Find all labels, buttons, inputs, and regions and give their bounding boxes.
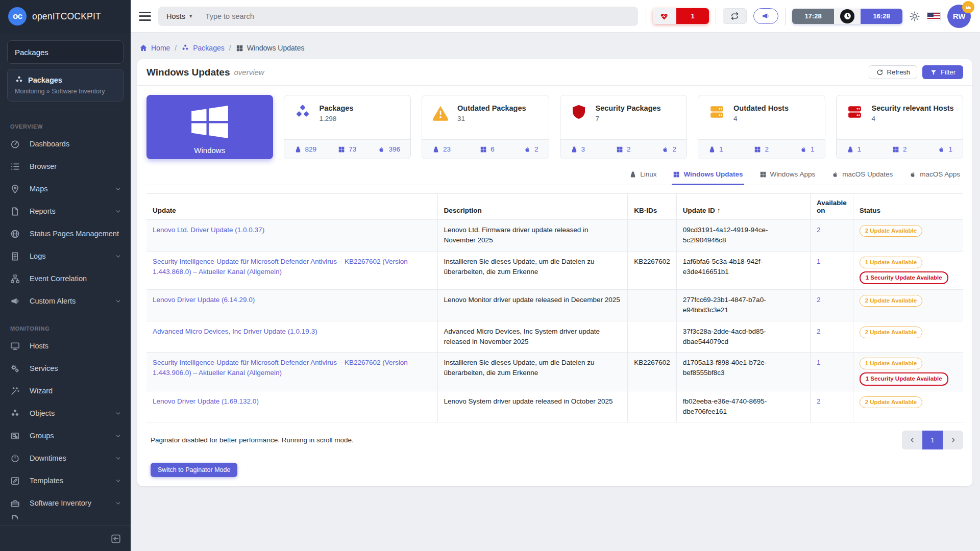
- sidebar-item-reports[interactable]: Reports: [0, 200, 131, 222]
- health-alerts-button[interactable]: 1: [653, 8, 709, 24]
- windows-count[interactable]: 2: [892, 145, 907, 153]
- col-header-available-on[interactable]: Available on: [810, 194, 853, 220]
- sidebar-search-input[interactable]: [8, 41, 124, 63]
- sidebar-search-result[interactable]: Packages Monitoring » Software Inventory: [7, 69, 124, 102]
- windows-count[interactable]: 73: [338, 145, 356, 153]
- language-flag-us[interactable]: [927, 12, 941, 20]
- top-navbar: Hosts ▾ 1 17:28 16:28: [131, 0, 980, 33]
- available-on-link[interactable]: 2: [817, 226, 821, 234]
- update-link[interactable]: Security Intelligence-Update für Microso…: [153, 359, 408, 377]
- linux-count[interactable]: 829: [295, 145, 317, 153]
- sidebar-item-status-pages[interactable]: Status Pages Management: [0, 222, 131, 245]
- outdated-packages-card[interactable]: Outdated Packages31 23 6 2: [422, 95, 549, 159]
- sidebar-item-event-correlation[interactable]: Event Correlation: [0, 267, 131, 290]
- linux-count[interactable]: 23: [432, 145, 451, 153]
- caret-down-icon[interactable]: ▾: [189, 13, 192, 19]
- user-menu[interactable]: RW: [947, 5, 971, 28]
- brand-area[interactable]: oc openITCOCKPIT: [0, 0, 131, 33]
- outdated-hosts-card[interactable]: Outdated Hosts4 1 2 1: [698, 95, 825, 159]
- available-on-link[interactable]: 1: [817, 359, 821, 366]
- table-row: Lenovo Ltd. Driver Update (1.0.0.37) Len…: [146, 220, 963, 252]
- gears-icon: [10, 364, 20, 373]
- sidebar-item-wizard[interactable]: Wizard: [0, 380, 131, 402]
- chevron-down-icon: [115, 208, 121, 215]
- linux-count[interactable]: 3: [571, 145, 585, 153]
- hamburger-menu-icon[interactable]: [139, 12, 151, 21]
- mac-count[interactable]: 396: [378, 145, 400, 153]
- windows-count[interactable]: 2: [616, 145, 631, 153]
- packages-card[interactable]: Packages1.298 829 73 396: [284, 95, 411, 159]
- linux-count[interactable]: 1: [708, 145, 723, 153]
- global-search-input[interactable]: [206, 12, 630, 20]
- house-icon: [139, 44, 148, 52]
- update-link[interactable]: Lenovo Driver Update (6.14.29.0): [153, 296, 255, 304]
- tab-macos-updates[interactable]: macOS Updates: [830, 170, 894, 185]
- windows-count[interactable]: 6: [480, 145, 495, 153]
- sidebar-item-custom-alerts[interactable]: Custom Alerts: [0, 290, 131, 312]
- sidebar-item-hosts[interactable]: Hosts: [0, 335, 131, 357]
- available-on-link[interactable]: 1: [817, 258, 821, 265]
- sidebar-item-browser[interactable]: Browser: [0, 155, 131, 178]
- available-on-link[interactable]: 2: [817, 296, 821, 304]
- sidebar-item-software-inventory[interactable]: Software Inventory: [0, 492, 131, 514]
- page-next-button[interactable]: [943, 431, 963, 449]
- mac-count[interactable]: 2: [662, 145, 676, 153]
- sidebar-item-logs[interactable]: Logs: [0, 245, 131, 267]
- windows-os-card[interactable]: Windows: [146, 95, 273, 159]
- sidebar-item-services[interactable]: Services: [0, 357, 131, 380]
- switch-paginator-mode-button[interactable]: Switch to Paginator Mode: [151, 463, 237, 477]
- available-on-link[interactable]: 2: [817, 328, 821, 335]
- mac-count[interactable]: 2: [524, 145, 538, 153]
- sidebar-item-templates[interactable]: Templates: [0, 469, 131, 492]
- mac-count[interactable]: 1: [800, 145, 815, 153]
- tab-macos-apps[interactable]: macOS Apps: [908, 170, 961, 185]
- linux-count[interactable]: 1: [847, 145, 862, 153]
- page-prev-button[interactable]: [902, 431, 922, 449]
- apple-icon: [800, 146, 807, 153]
- available-on-link[interactable]: 2: [817, 397, 821, 405]
- breadcrumb-packages[interactable]: Packages: [181, 44, 224, 52]
- chevron-down-icon: [115, 298, 121, 305]
- search-scope-dropdown[interactable]: Hosts: [166, 12, 185, 20]
- update-link[interactable]: Lenovo Ltd. Driver Update (1.0.0.37): [153, 226, 264, 234]
- heart-pulse-icon: [660, 12, 669, 21]
- separator: [646, 8, 646, 25]
- refresh-toggle-button[interactable]: [723, 8, 747, 24]
- col-header-update[interactable]: Update: [146, 194, 437, 220]
- windows-icon: [754, 146, 761, 153]
- mac-count[interactable]: 1: [938, 145, 952, 153]
- update-link[interactable]: Advanced Micro Devices, Inc Driver Updat…: [153, 328, 317, 335]
- col-header-kb[interactable]: KB-IDs: [628, 194, 677, 220]
- collapse-sidebar-icon[interactable]: [110, 533, 121, 544]
- main-area: Hosts ▾ 1 17:28 16:28: [131, 0, 980, 551]
- tab-windows-apps[interactable]: Windows Apps: [758, 170, 817, 185]
- apple-icon: [909, 171, 916, 178]
- sidebar-item-downtimes[interactable]: Downtimes: [0, 447, 131, 469]
- theme-toggle-button[interactable]: [909, 11, 920, 22]
- tab-linux[interactable]: Linux: [628, 170, 657, 185]
- file-lines-icon: [10, 252, 20, 261]
- security-packages-card[interactable]: Security Packages7 3 2 2: [560, 95, 688, 159]
- cubes-icon: [15, 76, 23, 84]
- scroll-mode-notice: Paginator disabled for better performanc…: [151, 436, 354, 444]
- col-header-update-id[interactable]: Update ID↑: [676, 194, 810, 220]
- security-hosts-card[interactable]: Security relevant Hosts4 1 2 1: [836, 95, 964, 159]
- time-widget[interactable]: 17:28 16:28: [792, 9, 902, 24]
- sidebar-item-maps[interactable]: Maps: [0, 178, 131, 200]
- breadcrumb-home[interactable]: Home: [139, 44, 170, 52]
- announcements-button[interactable]: [753, 8, 778, 24]
- sidebar-item-dashboards[interactable]: Dashboards: [0, 133, 131, 155]
- refresh-button[interactable]: Refresh: [869, 65, 918, 79]
- filter-button[interactable]: Filter: [922, 65, 963, 79]
- chevron-down-icon: [115, 186, 121, 192]
- tab-windows-updates[interactable]: Windows Updates: [672, 170, 744, 185]
- chevron-down-icon: [115, 478, 121, 484]
- col-header-status[interactable]: Status: [853, 194, 963, 220]
- sidebar-item-objects[interactable]: Objects: [0, 402, 131, 424]
- update-link[interactable]: Lenovo Driver Update (1.69.132.0): [153, 397, 259, 405]
- page-number-current[interactable]: 1: [922, 431, 943, 449]
- col-header-description[interactable]: Description: [437, 194, 628, 220]
- sidebar-item-groups[interactable]: Groups: [0, 424, 131, 447]
- windows-count[interactable]: 2: [754, 145, 769, 153]
- update-link[interactable]: Security Intelligence-Update für Microso…: [153, 258, 408, 276]
